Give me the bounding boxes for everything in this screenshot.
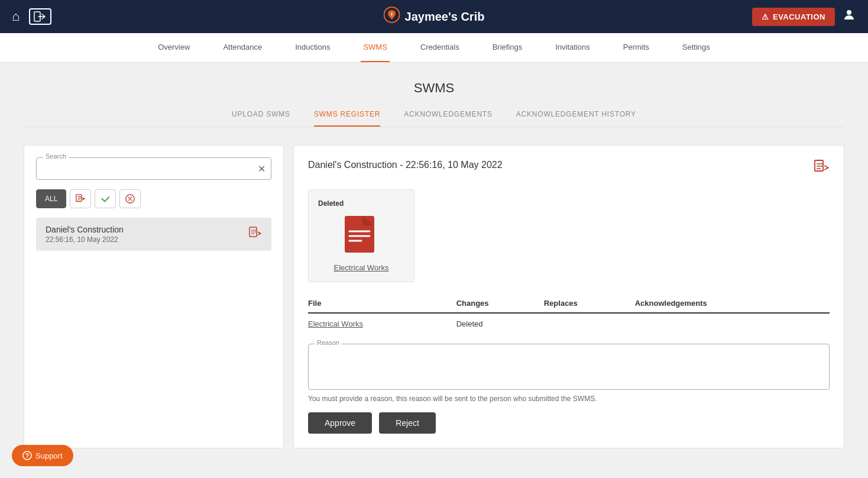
top-bar-right: ⚠ EVACUATION [752, 8, 856, 26]
search-label: Search [43, 153, 69, 160]
reason-textarea[interactable] [316, 351, 822, 380]
clear-search-button[interactable]: ✕ [258, 163, 265, 175]
nav-briefings[interactable]: Briefings [490, 33, 525, 62]
table-cell-acknowledgements [635, 313, 830, 334]
nav-invitations[interactable]: Invitations [553, 33, 592, 62]
logout-icon[interactable] [29, 8, 51, 25]
nav-settings[interactable]: Settings [680, 33, 712, 62]
search-input[interactable] [36, 157, 271, 180]
svg-point-2 [847, 10, 851, 15]
evacuation-button[interactable]: ⚠ EVACUATION [752, 8, 835, 26]
file-link[interactable]: Electrical Works [308, 319, 363, 328]
table-cell-changes: Deleted [456, 313, 544, 334]
nav-attendance[interactable]: Attendance [221, 33, 264, 62]
swms-tabs: UPLOAD SWMS SWMS REGISTER ACKNOWLEDGEMEN… [24, 110, 844, 127]
reason-container: Reason [308, 344, 830, 390]
top-bar: ⌂ Jaymee's Crib ⚠ EVACUATION [0, 0, 868, 33]
reason-hint: You must provide a reason, this reason w… [308, 395, 830, 403]
panel-title: Daniel's Construction - 22:56:16, 10 May… [308, 160, 503, 170]
home-icon[interactable]: ⌂ [12, 9, 20, 24]
tab-acknowledgements[interactable]: ACKNOWLEDGEMENTS [404, 110, 492, 127]
search-container: Search ✕ [36, 157, 271, 180]
nav-inductions[interactable]: Inductions [293, 33, 332, 62]
top-bar-left: ⌂ [12, 8, 51, 25]
filter-cancel-button[interactable] [119, 189, 141, 208]
files-table: File Changes Replaces Acknowledgements E… [308, 294, 830, 334]
right-panel-header: Daniel's Construction - 22:56:16, 10 May… [308, 160, 830, 177]
tab-swms-register[interactable]: SWMS REGISTER [314, 110, 380, 127]
content-area: Search ✕ ALL [24, 145, 844, 448]
brand-logo-icon [384, 7, 400, 27]
warning-icon: ⚠ [762, 12, 769, 21]
nav-permits[interactable]: Permits [621, 33, 652, 62]
user-icon[interactable] [842, 8, 856, 25]
right-panel: Daniel's Construction - 22:56:16, 10 May… [293, 145, 844, 448]
nav-overview[interactable]: Overview [156, 33, 192, 62]
tab-acknowledgement-history[interactable]: ACKNOWLEDGEMENT HISTORY [516, 110, 636, 127]
evacuation-label: EVACUATION [773, 12, 825, 21]
brand-name: Jaymee's Crib [405, 10, 485, 24]
deleted-badge: Deleted [318, 199, 344, 208]
list-item-name: Daniel's Construction [46, 225, 124, 234]
left-panel: Search ✕ ALL [24, 145, 284, 448]
action-buttons: Approve Reject [308, 412, 830, 434]
table-cell-replaces [544, 313, 635, 334]
svg-rect-7 [345, 216, 374, 253]
table-cell-file: Electrical Works [308, 313, 456, 334]
secondary-nav: Overview Attendance Inductions SWMS Cred… [0, 33, 868, 63]
top-bar-center: Jaymee's Crib [384, 7, 485, 27]
nav-swms[interactable]: SWMS [361, 33, 389, 62]
support-label: Support [35, 451, 63, 460]
document-icon [344, 215, 379, 256]
col-acknowledgements: Acknowledgements [635, 294, 830, 313]
col-replaces: Replaces [544, 294, 635, 313]
support-button[interactable]: ? Support [12, 445, 73, 466]
table-row: Electrical Works Deleted [308, 313, 830, 334]
tab-upload-swms[interactable]: UPLOAD SWMS [232, 110, 290, 127]
reason-label: Reason [315, 339, 342, 346]
panel-header-swms-icon[interactable] [814, 160, 830, 177]
document-link[interactable]: Electrical Works [318, 263, 404, 272]
col-file: File [308, 294, 456, 313]
svg-rect-6 [815, 160, 823, 171]
list-item-info: Daniel's Construction 22:56:16, 10 May 2… [46, 225, 124, 244]
svg-text:?: ? [25, 453, 29, 459]
filter-buttons: ALL [36, 189, 271, 208]
approve-button[interactable]: Approve [308, 412, 372, 434]
main-content: SWMS UPLOAD SWMS SWMS REGISTER ACKNOWLED… [0, 63, 868, 466]
page-title: SWMS [24, 80, 844, 96]
reject-button[interactable]: Reject [379, 412, 436, 434]
list-item[interactable]: Daniel's Construction 22:56:16, 10 May 2… [36, 218, 271, 251]
list-item-swms-icon [249, 227, 262, 242]
list-item-date: 22:56:16, 10 May 2022 [46, 235, 124, 244]
document-preview: Deleted Electrical Works [308, 189, 414, 282]
col-changes: Changes [456, 294, 544, 313]
filter-check-button[interactable] [95, 189, 116, 208]
filter-all-button[interactable]: ALL [36, 189, 66, 208]
filter-swms-icon-button[interactable] [70, 189, 91, 208]
nav-credentials[interactable]: Credentials [418, 33, 462, 62]
